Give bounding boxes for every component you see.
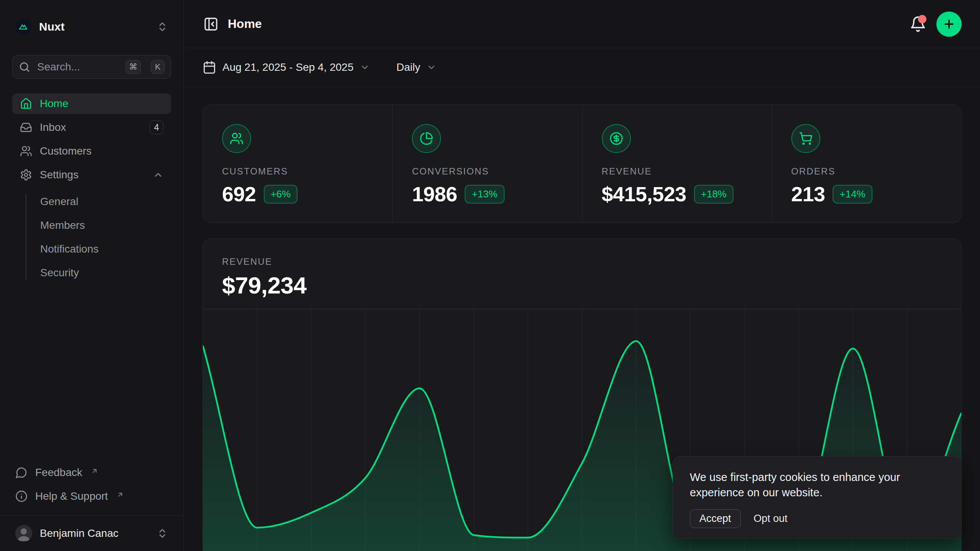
info-circle-icon [15,490,28,502]
stat-label: REVENUE [602,166,753,177]
sidebar-item-label: Inbox [40,121,66,134]
notification-dot [918,15,926,23]
dollar-circle-icon [602,124,631,153]
add-button[interactable] [936,11,962,37]
sidebar-subitem-security[interactable]: Security [12,262,171,283]
sidebar-item-customers[interactable]: Customers [12,141,171,161]
revenue-chart-value: $79,234 [222,272,942,299]
revenue-chart-label: REVENUE [222,256,942,267]
stats-row: CUSTOMERS 692 +6% CONVERSIONS 1986 [203,104,962,223]
sidebar-subitem-notifications[interactable]: Notifications [12,239,171,259]
team-name: Nuxt [39,20,65,33]
user-name: Benjamin Canac [40,527,118,540]
search-icon [19,61,30,73]
stat-orders[interactable]: ORDERS 213 +14% [772,105,961,223]
stat-delta-badge: +13% [465,185,504,204]
filters-toolbar: Aug 21, 2025 - Sep 4, 2025 Daily [184,48,980,87]
stat-delta-badge: +14% [833,185,872,204]
stat-value: 1986 [412,182,457,206]
sidebar-item-home[interactable]: Home [12,93,171,114]
notifications-button[interactable] [910,16,926,33]
date-range-value: Aug 21, 2025 - Sep 4, 2025 [222,61,354,73]
stat-customers[interactable]: CUSTOMERS 692 +6% [203,105,392,223]
cookie-banner: We use first-party cookies to enhance yo… [673,456,962,539]
stat-revenue[interactable]: REVENUE $415,523 +18% [582,105,772,223]
shopping-cart-icon [791,124,820,153]
collapse-sidebar-button[interactable] [203,16,219,33]
pie-chart-icon [412,124,441,153]
kbd-meta: ⌘ [126,60,141,74]
sidebar-item-label: Home [40,98,69,110]
user-avatar [15,525,32,542]
sidebar-item-label: Customers [40,145,91,157]
sidebar-item-label: Settings [40,169,78,181]
users-icon [222,124,251,153]
sidebar: Nuxt Search... ⌘ K [0,0,184,551]
settings-subnav: General Members Notifications Security [12,191,171,283]
granularity-select[interactable]: Daily [391,57,442,77]
kbd-k: K [151,60,165,74]
chevrons-up-down-icon [157,528,168,539]
inbox-unread-badge: 4 [150,121,163,134]
sidebar-item-inbox[interactable]: Inbox 4 [12,117,171,138]
stat-label: CUSTOMERS [222,166,373,177]
search-placeholder: Search... [37,61,119,73]
plus-icon [942,18,956,31]
cookie-message: We use first-party cookies to enhance yo… [690,469,944,500]
page-title: Home [228,17,262,31]
accept-cookies-button[interactable]: Accept [690,509,741,528]
dashboard-app: Nuxt Search... ⌘ K [0,0,980,551]
sidebar-subitem-members[interactable]: Members [12,215,171,236]
message-bubble-icon [15,466,28,479]
feedback-link[interactable]: Feedback [12,463,171,482]
search-input[interactable]: Search... ⌘ K [12,55,171,79]
sidebar-subitem-general[interactable]: General [12,191,171,212]
chevron-up-icon [153,170,163,180]
granularity-value: Daily [397,61,420,73]
stat-value: 692 [222,182,256,206]
team-switcher[interactable]: Nuxt [12,14,171,40]
optout-cookies-button[interactable]: Opt out [752,510,789,528]
page-header: Home [184,0,980,48]
external-link-icon [91,467,98,475]
stat-label: CONVERSIONS [412,166,563,177]
inbox-icon [20,121,32,134]
user-menu[interactable]: Benjamin Canac [0,516,183,551]
stat-delta-badge: +6% [264,185,298,204]
stat-label: ORDERS [791,166,942,177]
date-range-picker[interactable]: Aug 21, 2025 - Sep 4, 2025 [197,57,375,78]
chevron-down-icon [426,62,436,72]
sidebar-item-settings[interactable]: Settings [12,165,171,185]
calendar-icon [203,60,216,74]
chevron-down-icon [360,62,370,72]
stat-delta-badge: +18% [694,185,733,204]
nuxt-logo-icon [15,19,31,35]
sidebar-footer: Feedback Help & Support [12,463,171,515]
home-icon [20,98,32,110]
external-link-icon [116,491,124,499]
help-support-link[interactable]: Help & Support [12,487,171,505]
stat-conversions[interactable]: CONVERSIONS 1986 +13% [392,105,582,223]
gear-icon [20,169,32,181]
stat-value: $415,523 [602,182,686,206]
stat-value: 213 [791,182,825,206]
sidebar-nav: Home Inbox 4 C [12,93,171,283]
chevrons-up-down-icon [157,21,168,33]
users-icon [20,145,32,157]
